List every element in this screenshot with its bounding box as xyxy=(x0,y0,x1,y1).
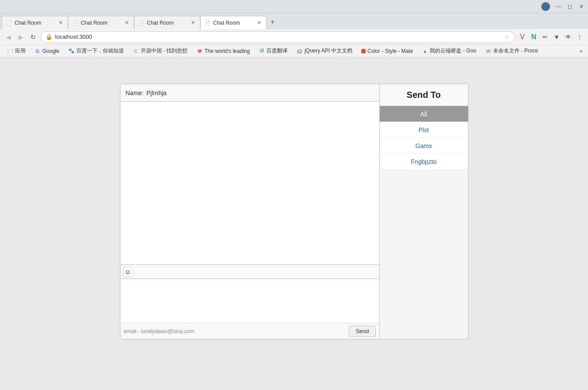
maximize-button[interactable]: ◻ xyxy=(567,4,573,10)
eye-icon[interactable]: 👁 xyxy=(563,32,573,42)
reload-button[interactable]: ↻ xyxy=(28,32,38,42)
bookmarks-more-icon[interactable]: » xyxy=(578,48,584,54)
tab-close-3[interactable]: ✕ xyxy=(189,19,196,26)
bookmarks-bar: ⋮⋮ 应用 G Google 🐾 百度一下，你就知道 C 开源中国 - 找到您想… xyxy=(0,45,588,57)
profile-icon[interactable]: 👤 xyxy=(541,2,550,11)
chat-left-panel: Name: Pjlmhja ☺ email - lonelydawn@sina.… xyxy=(120,84,380,339)
chat-messages-area[interactable] xyxy=(120,102,379,265)
bookmark-apps[interactable]: ⋮⋮ 应用 xyxy=(4,46,29,56)
chat-app: Name: Pjlmhja ☺ email - lonelydawn@sina.… xyxy=(120,84,468,339)
tab-close-4[interactable]: ✕ xyxy=(255,19,262,26)
browser-toolbar: V N ✏ ▼ 👁 ⋮ xyxy=(517,32,584,42)
browser-tab-1[interactable]: 📄 Chat Room ✕ xyxy=(2,16,68,29)
chat-email: email - lonelydawn@sina.com xyxy=(124,328,195,334)
browser-tab-4[interactable]: 📄 Chat Room ✕ xyxy=(200,16,266,29)
back-button[interactable]: ◀ xyxy=(4,32,13,42)
recipient-fngbpzto[interactable]: Fngbpzto xyxy=(380,154,468,170)
gdrive-favicon: ▲ xyxy=(422,48,428,54)
baidufanyi-favicon: 译 xyxy=(258,48,265,54)
tab-favicon-2: 📄 xyxy=(72,20,78,26)
recipient-gams[interactable]: Gams xyxy=(380,138,468,154)
google-favicon: G xyxy=(34,48,41,54)
bookmark-gdrive[interactable]: ▲ 我的云端硬盘 - Goo xyxy=(418,46,479,56)
tab-favicon-3: 📄 xyxy=(138,20,144,26)
tab-close-2[interactable]: ✕ xyxy=(123,19,130,26)
bookmark-star-icon[interactable]: ☆ xyxy=(504,33,510,41)
apps-favicon: ⋮⋮ xyxy=(7,48,13,54)
bookmark-google[interactable]: G Google xyxy=(31,46,63,56)
color-favicon xyxy=(361,49,366,53)
bookmark-color[interactable]: Color - Style - Mate xyxy=(358,46,416,56)
title-bar: 👤 — ◻ ✕ xyxy=(0,0,588,13)
minimize-button[interactable]: — xyxy=(555,4,562,10)
tab-title-1: Chat Room xyxy=(15,20,54,26)
bookmark-baidufanyi[interactable]: 译 百度翻译 xyxy=(255,46,291,56)
bookmark-unnamed[interactable]: W 未命名文件 - Proce xyxy=(482,46,542,56)
emoji-button[interactable]: ☺ xyxy=(123,267,133,277)
extension2-icon[interactable]: N xyxy=(529,32,539,42)
tab-title-2: Chat Room xyxy=(81,20,120,26)
browser-tab-3[interactable]: 📄 Chat Room ✕ xyxy=(134,16,200,29)
jquery-favicon: jQ xyxy=(296,48,303,54)
baidu-favicon: 🐾 xyxy=(68,48,75,54)
tab-favicon-1: 📄 xyxy=(6,20,12,26)
forward-button[interactable]: ▶ xyxy=(16,32,26,42)
tab-title-4: Chat Room xyxy=(213,20,253,26)
bookmark-oschina[interactable]: C 开源中国 - 找到您想 xyxy=(129,46,191,56)
name-label: Name: xyxy=(126,89,144,97)
down-icon[interactable]: ▼ xyxy=(552,32,562,42)
more-menu-icon[interactable]: ⋮ xyxy=(575,32,584,42)
chat-toolbar: ☺ xyxy=(120,265,379,279)
recipient-plxt[interactable]: Plxt xyxy=(380,122,468,138)
send-to-header: Send To xyxy=(380,84,468,106)
github-favicon: 🐙 xyxy=(196,48,202,54)
send-button[interactable]: Send xyxy=(349,326,375,337)
browser-window: 👤 — ◻ ✕ 📄 Chat Room ✕ 📄 Chat Room ✕ 📄 Ch… xyxy=(0,0,588,390)
address-bar: ◀ ▶ ↻ 🔒 localhost:3000 ☆ V N ✏ ▼ 👁 ⋮ xyxy=(0,29,588,45)
pen-icon[interactable]: ✏ xyxy=(540,32,550,42)
address-input-container[interactable]: 🔒 localhost:3000 ☆ xyxy=(41,31,515,43)
oschina-favicon: C xyxy=(133,48,139,54)
address-text: localhost:3000 xyxy=(55,33,502,40)
tab-title-3: Chat Room xyxy=(147,20,187,26)
chat-name-bar: Name: Pjlmhja xyxy=(120,84,379,102)
tab-favicon-4: 📄 xyxy=(204,20,210,26)
recipient-list: All Plxt Gams Fngbpzto xyxy=(380,106,468,170)
browser-tab-2[interactable]: 📄 Chat Room ✕ xyxy=(68,16,134,29)
bookmark-jquery[interactable]: jQ jQuery API 中文文档 xyxy=(293,46,356,56)
close-button[interactable]: ✕ xyxy=(578,4,584,10)
unnamed-favicon: W xyxy=(485,48,491,54)
new-tab-button[interactable]: + xyxy=(266,16,279,28)
emoji-icon: ☺ xyxy=(124,268,131,275)
bookmark-baidu[interactable]: 🐾 百度一下，你就知道 xyxy=(65,46,127,56)
name-value: Pjlmhja xyxy=(146,89,167,97)
tab-close-1[interactable]: ✕ xyxy=(57,19,64,26)
bookmark-github[interactable]: 🐙 The world's leading xyxy=(193,46,253,56)
extensions-icon[interactable]: V xyxy=(517,32,527,42)
chat-input[interactable] xyxy=(120,279,379,323)
chat-right-panel: Send To All Plxt Gams Fngbpzto xyxy=(380,84,468,339)
chat-input-area: email - lonelydawn@sina.com Send xyxy=(120,279,379,339)
chat-bottom-bar: email - lonelydawn@sina.com Send xyxy=(120,323,379,339)
recipient-all[interactable]: All xyxy=(380,106,468,122)
secure-icon: 🔒 xyxy=(45,33,52,40)
tab-bar: 📄 Chat Room ✕ 📄 Chat Room ✕ 📄 Chat Room … xyxy=(0,13,588,29)
page-content: Name: Pjlmhja ☺ email - lonelydawn@sina.… xyxy=(0,57,588,390)
